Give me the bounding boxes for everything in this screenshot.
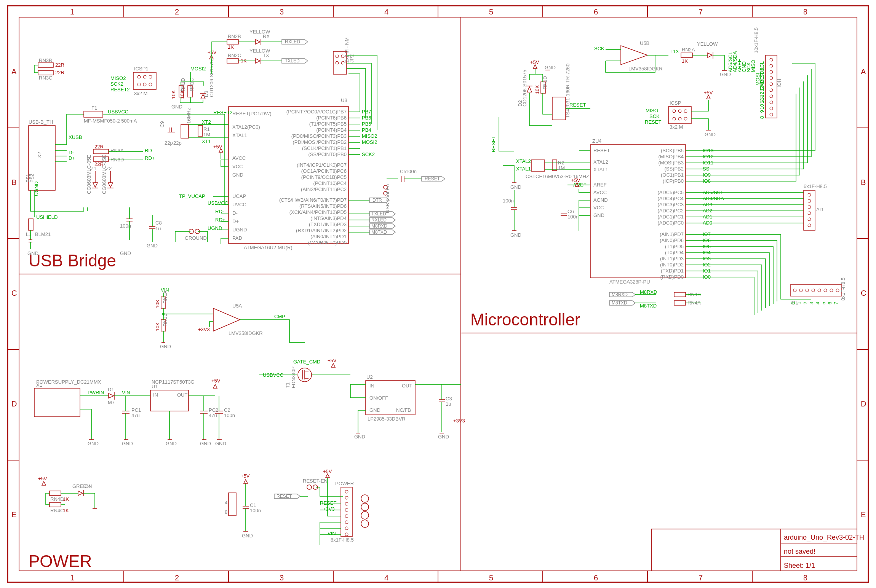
svg-point-284 (345, 521, 348, 524)
svg-text:100n: 100n (567, 214, 579, 220)
svg-text:PWRIN: PWRIN (88, 390, 104, 395)
svg-text:VIN: VIN (122, 390, 130, 395)
svg-point-384 (678, 117, 681, 120)
svg-text:(MOSI)PB3: (MOSI)PB3 (659, 160, 684, 166)
svg-text:AVCC: AVCC (232, 155, 246, 161)
svg-point-393 (770, 58, 773, 61)
svg-text:(ADC2)PC2: (ADC2)PC2 (657, 208, 684, 214)
svg-text:RESET2: RESET2 (110, 87, 130, 92)
svg-text:PB7: PB7 (362, 109, 371, 115)
svg-text:(PCINT6)PB6: (PCINT6)PB6 (317, 115, 347, 121)
svg-text:C6: C6 (567, 209, 574, 214)
svg-text:GND: GND (200, 441, 211, 446)
svg-text:RD+: RD+ (145, 155, 155, 161)
u5a-opamp (213, 308, 240, 331)
row-E: E (11, 510, 16, 519)
col-8: 8 (803, 8, 807, 16)
svg-point-435 (818, 289, 821, 292)
svg-point-436 (824, 289, 827, 292)
svg-text:RXLED: RXLED (285, 39, 300, 45)
svg-text:M7: M7 (108, 400, 115, 405)
svg-point-296 (361, 520, 369, 527)
svg-text:AREF: AREF (593, 182, 607, 188)
svg-text:X2: X2 (37, 152, 42, 158)
svg-text:(SS/PCINT0)PB0: (SS/PCINT0)PB0 (309, 151, 347, 157)
svg-point-437 (830, 289, 833, 292)
svg-text:6: 6 (594, 574, 598, 582)
svg-text:POWER: POWER (335, 481, 354, 486)
svg-point-432 (799, 289, 802, 292)
svg-text:(AIN0/INT1)PD1: (AIN0/INT1)PD1 (310, 234, 347, 239)
svg-text:L13: L13 (670, 49, 679, 54)
svg-text:GATE_CMD: GATE_CMD (293, 359, 320, 365)
svg-rect-158 (227, 59, 238, 63)
svg-text:R1: R1 (203, 126, 210, 132)
svg-text:RN2C: RN2C (228, 53, 241, 58)
svg-text:(INT1)PD3: (INT1)PD3 (660, 256, 684, 261)
svg-text:C9: C9 (159, 121, 165, 127)
svg-rect-200 (38, 63, 53, 67)
svg-point-399 (770, 95, 773, 98)
svg-text:TXLED: TXLED (371, 211, 386, 217)
svg-text:GND: GND (369, 407, 380, 413)
svg-text:ZU4: ZU4 (592, 138, 602, 144)
svg-point-142 (149, 83, 152, 86)
svg-rect-371 (531, 160, 545, 171)
svg-point-279 (345, 490, 348, 493)
svg-point-428 (808, 224, 811, 227)
svg-point-438 (836, 289, 839, 292)
svg-text:GROUND: GROUND (185, 235, 207, 241)
svg-text:(T0)PD4: (T0)PD4 (665, 250, 684, 255)
tx-led: RN2C 1K YELLOW TX TXLED (227, 48, 308, 64)
svg-text:(SCK)PB5: (SCK)PB5 (661, 148, 684, 153)
svg-text:AVCC: AVCC (593, 190, 607, 195)
svg-text:D-: D- (232, 210, 238, 216)
block-title-usb: USB Bridge (29, 251, 116, 270)
svg-text:3: 3 (280, 574, 284, 582)
svg-text:+5V: +5V (328, 358, 337, 363)
svg-point-431 (793, 289, 796, 292)
svg-text:MISO: MISO (750, 60, 756, 72)
svg-text:RESET-EN: RESET-EN (303, 478, 328, 484)
svg-text:RN2A: RN2A (682, 47, 695, 53)
svg-text:D1: D1 (108, 387, 114, 392)
svg-text:GND: GND (88, 441, 99, 446)
svg-text:GND: GND (510, 232, 521, 238)
svg-text:1M: 1M (203, 132, 210, 137)
svg-text:GND: GND (120, 250, 131, 256)
svg-text:(ADC3)PC3: (ADC3)PC3 (657, 202, 684, 207)
icsp-header (668, 107, 691, 124)
mcu-block: U5B LMV358IDGKR SCK L13 RN2A1K YELLOW GN… (491, 27, 846, 315)
svg-text:F1: F1 (91, 105, 97, 111)
svg-point-380 (673, 110, 676, 113)
svg-text:2: 2 (802, 302, 808, 304)
svg-text:(AIN2/PCINT11)PC2: (AIN2/PCINT11)PC2 (301, 186, 347, 192)
svg-text:GND: GND (354, 434, 365, 440)
svg-rect-265 (50, 491, 61, 496)
svg-text:10K: 10K (171, 90, 176, 99)
col-2: 2 (175, 8, 179, 16)
svg-text:(PCINT4)PB4: (PCINT4)PB4 (317, 127, 347, 133)
svg-text:10K: 10K (155, 300, 160, 308)
svg-text:GND: GND (171, 104, 182, 110)
svg-text:GND: GND (593, 212, 604, 218)
svg-text:+5V: +5V (208, 49, 217, 55)
svg-text:B: B (861, 178, 866, 186)
svg-text:GND: GND (147, 243, 158, 249)
svg-text:RESET(PC1/DW): RESET(PC1/DW) (232, 111, 272, 116)
svg-text:(PCINT7/OC0A/OC1C)PB7: (PCINT7/OC0A/OC1C)PB7 (286, 109, 347, 115)
svg-text:TXLED: TXLED (285, 58, 300, 64)
svg-text:5: 5 (821, 302, 826, 304)
rx-led: RN2B 1K YELLOW RX RXLED (212, 29, 308, 63)
svg-text:D+: D+ (232, 218, 239, 224)
row-A: A (11, 67, 17, 76)
svg-text:7: 7 (833, 302, 839, 304)
svg-text:+5V: +5V (241, 473, 250, 479)
svg-text:8: 8 (225, 509, 227, 515)
svg-text:GND: GND (232, 172, 243, 178)
svg-text:RN2B: RN2B (228, 33, 241, 39)
svg-text:UVCC: UVCC (232, 202, 246, 207)
svg-point-165 (336, 55, 339, 58)
svg-text:ICSP: ICSP (670, 100, 681, 106)
svg-text:FDN340P: FDN340P (291, 367, 296, 388)
